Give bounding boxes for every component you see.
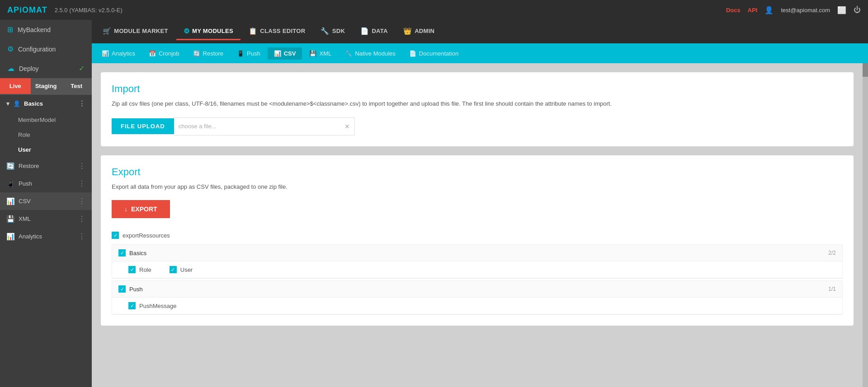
top-bar-right: Docs API 👤 test@apiomat.com ⬜ ⏻ xyxy=(726,6,861,14)
restore-label: Restore xyxy=(19,163,39,169)
export-resources-row: exportRessources xyxy=(112,229,843,242)
config-icon: ⚙ xyxy=(7,45,14,53)
main-layout: ⊞ MyBackend ⚙ Configuration ☁ Deploy ✓ L… xyxy=(0,20,868,387)
nav-admin-label: ADMIN xyxy=(415,28,434,34)
export-button[interactable]: ↓ EXPORT xyxy=(112,200,170,218)
env-test[interactable]: Test xyxy=(61,78,92,94)
env-staging[interactable]: Staging xyxy=(31,78,61,94)
sidebar-item-deploy[interactable]: ☁ Deploy ✓ xyxy=(0,59,92,78)
sidebar-item-restore[interactable]: 🔄 Restore ⋮ xyxy=(0,157,92,175)
basics-menu-dots[interactable]: ⋮ xyxy=(78,99,85,108)
mybackend-icon: ⊞ xyxy=(7,25,13,34)
api-link[interactable]: API xyxy=(748,7,758,14)
role-checkbox[interactable] xyxy=(128,266,136,273)
subnav-native-modules[interactable]: 🔧 Native Modules xyxy=(339,47,402,60)
push-menu-dots[interactable]: ⋮ xyxy=(78,179,85,188)
subnav-cronjob-icon: 📅 xyxy=(149,50,156,57)
sidebar-sub-user[interactable]: User xyxy=(0,142,92,157)
nav-data[interactable]: 📄 DATA xyxy=(353,23,395,40)
export-group-basics: Basics 2/2 Role xyxy=(112,244,843,279)
basics-group-checkbox[interactable] xyxy=(118,249,126,256)
subnav-restore[interactable]: 🔄 Restore xyxy=(187,47,230,60)
nav-sdk-label: SDK xyxy=(332,28,345,34)
config-label: Configuration xyxy=(18,46,56,53)
user-checkbox-item: User xyxy=(170,266,193,273)
pushmessage-label: PushMessage xyxy=(139,303,176,309)
subnav-analytics[interactable]: 📊 Analytics xyxy=(95,47,142,60)
sidebar-item-analytics[interactable]: 📊 Analytics ⋮ xyxy=(0,228,92,245)
export-label: EXPORT xyxy=(131,205,157,213)
role-checkbox-item: Role xyxy=(128,266,151,273)
subnav-xml-label: XML xyxy=(319,50,331,57)
nav-module-market[interactable]: 🛒 MODULE MARKET xyxy=(95,23,175,40)
sidebar-section-header-basics[interactable]: ▾ 👤 Basics ⋮ xyxy=(0,95,92,112)
xml-icon: 💾 xyxy=(6,215,15,223)
xml-menu-dots[interactable]: ⋮ xyxy=(78,214,85,223)
restore-menu-dots[interactable]: ⋮ xyxy=(78,162,85,170)
deploy-label: Deploy xyxy=(19,65,39,72)
nav-sdk[interactable]: 🔧 SDK xyxy=(313,23,352,40)
user-label: User xyxy=(180,266,193,273)
export-section: exportRessources Basics 2/2 xyxy=(112,229,843,315)
content-area: 🛒 MODULE MARKET ⚙ MY MODULES 📋 CLASS EDI… xyxy=(92,20,868,387)
logo-o: O xyxy=(22,5,29,14)
nav-my-modules[interactable]: ⚙ MY MODULES xyxy=(176,23,241,40)
subnav-native-modules-label: Native Modules xyxy=(355,50,396,57)
subnav-push[interactable]: 📱 Push xyxy=(231,47,267,60)
docs-link[interactable]: Docs xyxy=(726,7,741,14)
env-live[interactable]: Live xyxy=(0,78,31,94)
page-content: Import Zip all csv files (one per class,… xyxy=(92,63,863,387)
subnav-documentation-label: Documentation xyxy=(419,50,458,57)
csv-label: CSV xyxy=(19,198,31,205)
power-icon[interactable]: ⏻ xyxy=(854,6,861,14)
sidebar-item-csv[interactable]: 📊 CSV ⋮ xyxy=(0,192,92,210)
nav-class-editor[interactable]: 📋 CLASS EDITOR xyxy=(241,23,312,40)
import-card: Import Zip all csv files (one per class,… xyxy=(101,72,854,146)
csv-menu-dots[interactable]: ⋮ xyxy=(78,197,85,205)
file-upload-input[interactable]: choose a file... ✕ xyxy=(174,117,355,135)
scrollbar-thumb[interactable] xyxy=(863,63,868,77)
pushmessage-checkbox[interactable] xyxy=(128,302,136,309)
file-upload-button[interactable]: FILE UPLOAD xyxy=(112,118,174,134)
nav-admin[interactable]: 👑 ADMIN xyxy=(396,23,442,40)
role-label: Role xyxy=(139,266,151,273)
expand-icon: ▾ xyxy=(6,100,9,107)
import-title: Import xyxy=(112,83,843,95)
file-upload-row: FILE UPLOAD choose a file... ✕ xyxy=(112,117,843,135)
sidebar-section-basics: ▾ 👤 Basics ⋮ MemberModel Role User xyxy=(0,95,92,157)
export-resources-label: exportRessources xyxy=(123,232,170,239)
sidebar-item-xml[interactable]: 💾 XML ⋮ xyxy=(0,210,92,228)
basics-icon: 👤 xyxy=(13,100,20,107)
export-desc: Export all data from your app as CSV fil… xyxy=(112,182,843,191)
basics-badge: 2/2 xyxy=(828,250,836,256)
subnav-documentation-icon: 📄 xyxy=(409,50,416,57)
module-market-icon: 🛒 xyxy=(103,27,111,35)
sidebar-sub-role[interactable]: Role xyxy=(0,127,92,142)
basics-sub-items: Role User xyxy=(112,261,842,278)
window-icon[interactable]: ⬜ xyxy=(837,6,846,14)
subnav-xml[interactable]: 💾 XML xyxy=(303,47,338,60)
subnav-csv[interactable]: 📊 CSV xyxy=(268,47,302,60)
sidebar-sub-membermodel[interactable]: MemberModel xyxy=(0,112,92,127)
subnav-cronjob[interactable]: 📅 Cronjob xyxy=(142,47,186,60)
subnav-xml-icon: 💾 xyxy=(309,50,316,57)
user-checkbox[interactable] xyxy=(170,266,177,273)
export-title: Export xyxy=(112,166,843,178)
subnav-native-modules-icon: 🔧 xyxy=(345,50,352,57)
export-group-push-header: Push 1/1 xyxy=(112,281,842,298)
sidebar-item-configuration[interactable]: ⚙ Configuration xyxy=(0,39,92,59)
export-icon: ↓ xyxy=(124,205,127,213)
scrollbar[interactable] xyxy=(863,63,868,387)
push-group-label: Push xyxy=(129,286,143,293)
export-resources-checkbox[interactable] xyxy=(112,232,119,239)
analytics-sidebar-icon: 📊 xyxy=(6,233,15,241)
analytics-label: Analytics xyxy=(19,233,42,240)
deploy-icon: ☁ xyxy=(7,64,14,73)
push-group-checkbox[interactable] xyxy=(118,285,126,293)
close-file-icon[interactable]: ✕ xyxy=(344,123,350,130)
subnav-documentation[interactable]: 📄 Documentation xyxy=(403,47,465,60)
sdk-icon: 🔧 xyxy=(321,27,329,35)
analytics-menu-dots[interactable]: ⋮ xyxy=(78,232,85,241)
sidebar-item-push[interactable]: 📱 Push ⋮ xyxy=(0,175,92,192)
sidebar-item-mybackend[interactable]: ⊞ MyBackend xyxy=(0,20,92,39)
